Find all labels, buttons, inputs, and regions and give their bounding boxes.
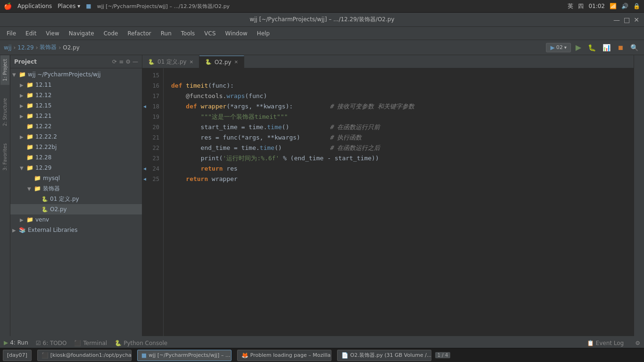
breadcrumb-1229[interactable]: 12.29 xyxy=(17,44,33,51)
tree-label-01: 01 定义.py xyxy=(50,195,79,203)
breadcrumb-wjj[interactable]: wjj xyxy=(4,44,11,51)
code-content[interactable]: def timeit (func): @functools.wraps(func… xyxy=(164,68,634,336)
right-panel-strip xyxy=(634,55,644,336)
tree-item-12.21[interactable]: ▶ 📁 12.21 xyxy=(10,111,142,121)
tree-item-12.29[interactable]: ▼ 📁 12.29 xyxy=(10,163,142,173)
applications-menu[interactable]: Applications xyxy=(17,3,52,9)
project-header: Project ⟳ ≡ ⚙ — xyxy=(10,55,142,68)
panel-tab-favorites[interactable]: 3: Favorites xyxy=(0,140,9,174)
panel-tab-project[interactable]: 1: Project xyxy=(0,55,9,85)
menu-item-code[interactable]: Code xyxy=(100,29,122,38)
tree-label-wjj: wjj ~/PycharmProjects/wjj xyxy=(28,71,101,78)
tree-label-12.22: 12.22 xyxy=(35,123,51,130)
tree-item-12.28[interactable]: 📁 12.28 xyxy=(10,152,142,163)
method-wraps: wraps xyxy=(226,91,245,101)
close-button[interactable]: ✕ xyxy=(634,16,639,24)
tree-item-zhuangshiqi[interactable]: ▼ 📁 装饰器 xyxy=(10,183,142,194)
project-panel-title: Project xyxy=(14,58,109,65)
menu-item-tools[interactable]: Tools xyxy=(177,29,199,38)
lang-indicator[interactable]: 英 xyxy=(568,2,573,10)
window-menu[interactable]: wjj [~/PycharmProjects/wjj] – .../12.29/… xyxy=(97,3,230,10)
menu-item-navigate[interactable]: Navigate xyxy=(65,29,98,38)
tree-item-venv[interactable]: ▶ 📁 venv xyxy=(10,214,142,225)
folder-icon-zhuangshiqi: 📁 xyxy=(34,185,41,192)
breadcrumb-file[interactable]: O2.py xyxy=(63,44,80,51)
tree-item-mysql[interactable]: 📁 mysql xyxy=(10,173,142,183)
tree-arrow-12.15: ▶ xyxy=(20,103,25,108)
kw-return-24: return xyxy=(201,164,223,174)
project-tree: ▼ 📁 wjj ~/PycharmProjects/wjj ▶ 📁 12.11 … xyxy=(10,68,142,336)
tree-label-12.29: 12.29 xyxy=(35,165,51,171)
run-config-selector[interactable]: ▶ 02 ▾ xyxy=(546,43,570,52)
menu-item-run[interactable]: Run xyxy=(157,29,175,38)
debug-button[interactable]: 🐛 xyxy=(586,43,598,52)
menu-item-edit[interactable]: Edit xyxy=(22,29,40,38)
menu-item-file[interactable]: File xyxy=(3,29,20,38)
taskbar-pdf[interactable]: 📄 O2.装饰器.py (31 GB Volume /... xyxy=(337,350,431,361)
tab-01-def[interactable]: 🐍 01 定义.py ✕ xyxy=(142,56,199,68)
menu-item-refactor[interactable]: Refactor xyxy=(124,29,155,38)
collapse-icon[interactable]: ≡ xyxy=(119,58,124,65)
tree-item-12.15[interactable]: ▶ 📁 12.15 xyxy=(10,100,142,111)
code-line-24: return res xyxy=(171,164,634,174)
breadcrumb-zhuangshiqi[interactable]: 装饰器 xyxy=(40,43,57,51)
tree-item-ext-libs[interactable]: ▶ 📚 External Libraries xyxy=(10,225,142,235)
tree-item-12.22.2[interactable]: ▶ 📁 12.22.2 xyxy=(10,132,142,142)
taskbar-terminal[interactable]: ⬛ [kiosk@foundation1:/opt/pychar... xyxy=(37,350,132,361)
code-line-15 xyxy=(171,70,634,81)
toolbar-right: ▶ 02 ▾ ▶ 🐛 📊 ⏹ 🔍 xyxy=(546,42,640,53)
lock-icon: 🔒 xyxy=(633,3,640,9)
coverage-button[interactable]: 📊 xyxy=(601,43,612,52)
folder-icon-12.21: 📁 xyxy=(26,113,33,119)
taskbar-firefox[interactable]: 🦊 Problem loading page – Mozilla... xyxy=(237,350,331,361)
menu-item-vcs[interactable]: VCS xyxy=(200,29,219,38)
places-menu[interactable]: Places ▾ xyxy=(58,3,80,9)
python-console-label: Python Console xyxy=(124,340,167,346)
tree-item-12.22[interactable]: 📁 12.22 xyxy=(10,121,142,132)
tree-item-wjj-root[interactable]: ▼ 📁 wjj ~/PycharmProjects/wjj xyxy=(10,69,142,80)
bottom-tab-python-console[interactable]: 🐍 Python Console xyxy=(115,338,167,348)
tree-item-12.12[interactable]: ▶ 📁 12.12 xyxy=(10,90,142,100)
menu-item-help[interactable]: Help xyxy=(253,29,273,38)
minimize-button[interactable]: — xyxy=(613,16,620,24)
tree-arrow-12.29: ▼ xyxy=(20,165,25,171)
tab-02-py[interactable]: 🐍 O2.py ✕ xyxy=(199,56,244,68)
tab-close-01[interactable]: ✕ xyxy=(190,59,193,65)
bottom-tab-event-log[interactable]: 📋 Event Log xyxy=(587,338,624,348)
bottom-tab-run[interactable]: ▶ 4: Run xyxy=(4,337,28,349)
wifi-icon: 📶 xyxy=(610,3,617,9)
panel-tab-structure[interactable]: 2: Structure xyxy=(0,94,9,130)
taskbar-desktop[interactable]: [day07] xyxy=(3,350,32,361)
tree-item-01-def[interactable]: 🐍 01 定义.py xyxy=(10,194,142,204)
taskbar: [day07] ⬛ [kiosk@foundation1:/opt/pychar… xyxy=(0,348,644,362)
maximize-button[interactable]: □ xyxy=(624,16,630,24)
stop-button[interactable]: ⏹ xyxy=(615,43,626,52)
ln-20: 20 xyxy=(142,122,159,132)
taskbar-pycharm[interactable]: ■ wjj [~/PycharmProjects/wjj] – ... xyxy=(137,350,231,361)
tree-item-12.11[interactable]: ▶ 📁 12.11 xyxy=(10,80,142,90)
bottom-panel-settings[interactable]: ⚙ xyxy=(635,340,640,346)
kw-def-16: def xyxy=(171,81,182,91)
code-editor[interactable]: 15 16 17 18◀ 19 20 21 22 23 24◀ 25◀ def xyxy=(142,68,634,336)
editor-tabs: 🐍 01 定义.py ✕ 🐍 O2.py ✕ xyxy=(142,55,634,68)
gear-icon[interactable]: ⚙ xyxy=(125,58,131,65)
menu-item-view[interactable]: View xyxy=(42,29,63,38)
bottom-tab-todo[interactable]: ☑ 6: TODO xyxy=(36,338,67,348)
search-button[interactable]: 🔍 xyxy=(628,43,640,52)
folder-icon-ext: 📚 xyxy=(19,227,26,233)
system-bar: 🍎 Applications Places ▾ ■ wjj [~/Pycharm… xyxy=(0,0,644,13)
run-button[interactable]: ▶ xyxy=(574,42,583,53)
tree-item-02-py[interactable]: 🐍 O2.py xyxy=(10,204,142,214)
tree-item-12.22bj[interactable]: 📁 12.22bj xyxy=(10,142,142,152)
terminal-tab-icon: ⬛ xyxy=(74,340,81,346)
deco-functools: @functools. xyxy=(186,91,226,101)
bottom-tab-terminal[interactable]: ⬛ Terminal xyxy=(74,338,107,348)
folder-icon-12.29: 📁 xyxy=(26,165,33,171)
menu-item-window[interactable]: Window xyxy=(222,29,251,38)
editor-area: 🐍 01 定义.py ✕ 🐍 O2.py ✕ 15 16 17 18◀ 19 2… xyxy=(142,55,634,336)
tab-close-02[interactable]: ✕ xyxy=(234,59,238,65)
code-line-22: end_time = time.time() # 在函数运行之后 xyxy=(171,143,634,153)
panel-minimize-icon[interactable]: — xyxy=(132,58,138,65)
time-display: 01:02 xyxy=(588,3,605,9)
sync-icon[interactable]: ⟳ xyxy=(112,58,117,65)
